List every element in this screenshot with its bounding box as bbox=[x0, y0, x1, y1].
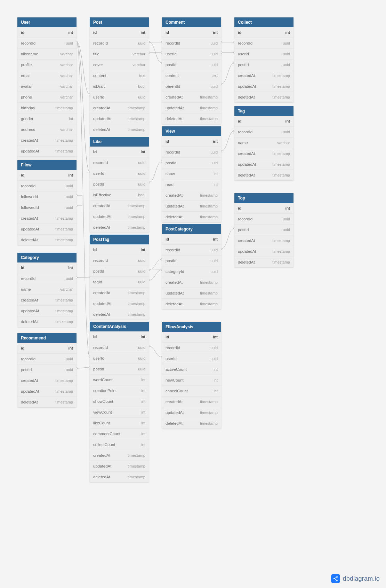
table-field-row[interactable]: idint bbox=[90, 244, 149, 255]
table-field-row[interactable]: recordIduuid bbox=[162, 245, 221, 256]
table-field-row[interactable]: createdAttimestamp bbox=[90, 450, 149, 461]
table-field-row[interactable]: updatedAttimestamp bbox=[234, 81, 293, 92]
table-field-row[interactable]: recordIduuid bbox=[234, 38, 293, 49]
table-field-row[interactable]: showint bbox=[162, 168, 221, 179]
table-field-row[interactable]: recordIduuid bbox=[234, 214, 293, 225]
table-field-row[interactable]: updatedAttimestamp bbox=[162, 201, 221, 212]
table-field-row[interactable]: recordIduuid bbox=[17, 273, 77, 284]
table-field-row[interactable]: deletedAttimestamp bbox=[162, 113, 221, 124]
table-posttag[interactable]: PostTagidintrecordIduuidpostIduuidtagIdu… bbox=[90, 235, 149, 320]
table-fllow[interactable]: FllowidintrecordIduuidfollowerIduuidfoll… bbox=[17, 160, 77, 245]
table-field-row[interactable]: updatedAttimestamp bbox=[90, 113, 149, 124]
table-field-row[interactable]: postIduuid bbox=[17, 364, 77, 375]
table-field-row[interactable]: deletedAttimestamp bbox=[90, 472, 149, 482]
table-field-row[interactable]: deletedAttimestamp bbox=[90, 309, 149, 320]
table-field-row[interactable]: nikenamevarchar bbox=[17, 49, 77, 60]
table-field-row[interactable]: deletedAttimestamp bbox=[162, 299, 221, 309]
table-field-row[interactable]: updatedAttimestamp bbox=[162, 103, 221, 113]
table-recommend[interactable]: RecommendidintrecordIduuidpostIduuidcrea… bbox=[17, 333, 77, 407]
table-field-row[interactable]: createdAttimestamp bbox=[90, 103, 149, 113]
table-header[interactable]: View bbox=[162, 126, 221, 136]
table-field-row[interactable]: postIduuid bbox=[234, 225, 293, 235]
table-field-row[interactable]: namevarchar bbox=[17, 284, 77, 295]
table-field-row[interactable]: idint bbox=[162, 234, 221, 245]
table-top[interactable]: TopidintrecordIduuidpostIduuidcreatedAtt… bbox=[234, 193, 293, 267]
table-field-row[interactable]: followerIduuid bbox=[17, 191, 77, 202]
table-field-row[interactable]: idint bbox=[90, 331, 149, 342]
table-field-row[interactable]: followedIduuid bbox=[17, 202, 77, 213]
table-field-row[interactable]: idint bbox=[17, 27, 77, 38]
table-field-row[interactable]: userIduuid bbox=[90, 353, 149, 364]
table-field-row[interactable]: creationPointint bbox=[90, 385, 149, 396]
table-field-row[interactable]: deletedAttimestamp bbox=[90, 124, 149, 135]
table-field-row[interactable]: idint bbox=[17, 170, 77, 181]
table-field-row[interactable]: birthdaytimestamp bbox=[17, 103, 77, 113]
table-field-row[interactable]: idint bbox=[162, 27, 221, 38]
table-field-row[interactable]: deletedAttimestamp bbox=[234, 92, 293, 102]
table-view[interactable]: ViewidintrecordIduuidpostIduuidshowintre… bbox=[162, 126, 221, 222]
table-field-row[interactable]: userIduuid bbox=[90, 92, 149, 103]
table-field-row[interactable]: postIduuid bbox=[162, 256, 221, 266]
table-field-row[interactable]: activeCountint bbox=[162, 364, 221, 375]
table-field-row[interactable]: avatarvarchar bbox=[17, 81, 77, 92]
table-field-row[interactable]: createdAttimestamp bbox=[162, 92, 221, 103]
table-field-row[interactable]: postIduuid bbox=[90, 364, 149, 375]
table-field-row[interactable]: updatedAttimestamp bbox=[234, 159, 293, 170]
table-field-row[interactable]: idint bbox=[162, 332, 221, 343]
table-header[interactable]: Comment bbox=[162, 17, 221, 27]
table-header[interactable]: Fllow bbox=[17, 160, 77, 170]
table-field-row[interactable]: idint bbox=[17, 343, 77, 354]
table-field-row[interactable]: idint bbox=[90, 27, 149, 38]
table-field-row[interactable]: userIduuid bbox=[162, 353, 221, 364]
table-field-row[interactable]: updatedAttimestamp bbox=[17, 306, 77, 316]
table-field-row[interactable]: deletedAttimestamp bbox=[17, 397, 77, 407]
table-field-row[interactable]: viewCountint bbox=[90, 407, 149, 418]
table-header[interactable]: Recommend bbox=[17, 333, 77, 343]
table-header[interactable]: PostTag bbox=[90, 235, 149, 244]
table-postcategory[interactable]: PostCategoryidintrecordIduuidpostIduuidc… bbox=[162, 224, 221, 309]
table-field-row[interactable]: likeCountint bbox=[90, 418, 149, 429]
table-field-row[interactable]: postIduuid bbox=[234, 60, 293, 70]
table-field-row[interactable]: deletedAttimestamp bbox=[17, 235, 77, 245]
table-field-row[interactable]: categoryIduuid bbox=[162, 266, 221, 277]
table-field-row[interactable]: updatedAttimestamp bbox=[17, 224, 77, 235]
table-field-row[interactable]: wordCountint bbox=[90, 375, 149, 385]
table-field-row[interactable]: createdAttimestamp bbox=[90, 201, 149, 211]
table-field-row[interactable]: recordIduuid bbox=[90, 342, 149, 353]
table-field-row[interactable]: updatedAttimestamp bbox=[162, 407, 221, 418]
table-header[interactable]: Tag bbox=[234, 106, 293, 116]
table-field-row[interactable]: createdAttimestamp bbox=[234, 235, 293, 246]
table-header[interactable]: PostCategory bbox=[162, 224, 221, 234]
table-field-row[interactable]: namevarchar bbox=[234, 138, 293, 148]
table-field-row[interactable]: isEffectivebool bbox=[90, 190, 149, 201]
table-field-row[interactable]: cancelCountint bbox=[162, 386, 221, 397]
table-field-row[interactable]: deletedAttimestamp bbox=[234, 170, 293, 180]
table-field-row[interactable]: emailvarchar bbox=[17, 70, 77, 81]
table-field-row[interactable]: createdAttimestamp bbox=[90, 288, 149, 298]
table-fllowanalysis[interactable]: FllowAnalysisidintrecordIduuiduserIduuid… bbox=[162, 322, 221, 429]
table-field-row[interactable]: phonevarchar bbox=[17, 92, 77, 103]
table-post[interactable]: PostidintrecordIduuidtitlevarcharcoverva… bbox=[90, 17, 149, 135]
table-field-row[interactable]: userIduuid bbox=[90, 168, 149, 179]
table-field-row[interactable]: createdAttimestamp bbox=[17, 375, 77, 386]
table-field-row[interactable]: createdAttimestamp bbox=[162, 397, 221, 407]
table-field-row[interactable]: updatedAttimestamp bbox=[162, 288, 221, 299]
table-field-row[interactable]: recordIduuid bbox=[162, 343, 221, 353]
table-like[interactable]: LikeidintrecordIduuiduserIduuidpostIduui… bbox=[90, 137, 149, 233]
table-tag[interactable]: TagidintrecordIduuidnamevarcharcreatedAt… bbox=[234, 106, 293, 180]
table-field-row[interactable]: isDraftbool bbox=[90, 81, 149, 92]
table-field-row[interactable]: postIduuid bbox=[162, 60, 221, 70]
table-field-row[interactable]: createdAttimestamp bbox=[162, 190, 221, 201]
table-field-row[interactable]: recordIduuid bbox=[17, 38, 77, 49]
table-field-row[interactable]: tagIduuid bbox=[90, 277, 149, 288]
table-field-row[interactable]: recordIduuid bbox=[90, 255, 149, 266]
table-contentanalysis[interactable]: ContentAnalysisidintrecordIduuiduserIduu… bbox=[90, 322, 149, 482]
table-field-row[interactable]: recordIduuid bbox=[234, 127, 293, 138]
table-field-row[interactable]: commentCountint bbox=[90, 429, 149, 439]
table-header[interactable]: User bbox=[17, 17, 77, 27]
table-field-row[interactable]: idint bbox=[234, 203, 293, 214]
table-field-row[interactable]: idint bbox=[90, 147, 149, 157]
table-comment[interactable]: CommentidintrecordIduuiduserIduuidpostId… bbox=[162, 17, 221, 124]
table-field-row[interactable]: titlevarchar bbox=[90, 49, 149, 60]
table-field-row[interactable]: recordIduuid bbox=[17, 181, 77, 191]
